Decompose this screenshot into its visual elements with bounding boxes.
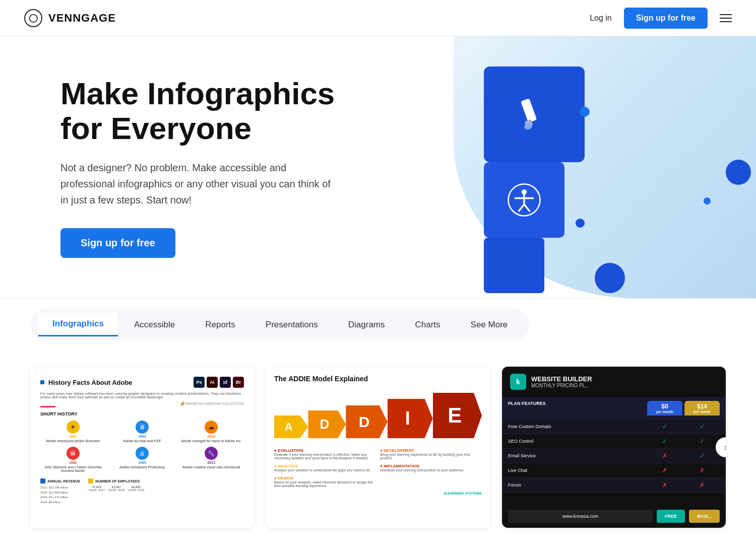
free-price-period: per month <box>649 410 680 413</box>
addie-chart: A D D I E <box>274 393 482 438</box>
card-adobe-subtitle: For many years now, Adobe software has b… <box>40 392 244 399</box>
tab-reports[interactable]: Reports <box>191 314 249 336</box>
tl-desc-1987: Adobe introduced Adobe Illustrator <box>46 439 100 443</box>
tl-desc-1989: Adobe introduced Photoshop <box>119 465 165 469</box>
card-adobe-credit: 🌈 RAINBOW CREATIVE COLLECTIVE <box>40 402 244 406</box>
tl-year-2018: 2018 <box>208 435 216 438</box>
hero-subtitle: Not a designer? No problem. Make accessi… <box>60 160 333 208</box>
row-seo-control: SEO Control ✓ ✓ <box>502 434 726 449</box>
feature-email-service: Email Service <box>508 453 645 458</box>
check-email-paid: ✓ <box>684 452 720 459</box>
knowza-logo: k <box>510 374 526 390</box>
knowza-header-text: WEBSITE BUILDER MONTHLY PRICING PL... <box>531 375 592 388</box>
addie-descriptions: ● EVALUATION Evaluate if your learning e… <box>274 448 482 488</box>
check-email-free: ✗ <box>647 452 682 459</box>
tl-icon-1989: 🖨 <box>136 447 149 460</box>
tab-diagrams[interactable]: Diagrams <box>334 314 399 336</box>
timeline-item-2011: 🔧 2011 Adobe creative cloud was introduc… <box>179 447 244 472</box>
timeline-item-1993: 🖥 1993 Adobe Acrobat and PDF <box>109 421 174 443</box>
stats-row: ANNUAL REVENUE 2021: $15.785 billion 202… <box>40 478 244 505</box>
desc-dev-text: Bring your learning experience to life b… <box>380 453 482 460</box>
tabs-container: Infographics Accessible Reports Presenta… <box>30 309 530 340</box>
tl-icon-2011: 🔧 <box>205 447 218 460</box>
check-seo-paid: ✓ <box>684 438 720 445</box>
svg-line-8 <box>524 204 530 211</box>
hero-title: Make Infographics for Everyone <box>60 77 363 145</box>
tl-icon-2018: ☁ <box>205 421 218 434</box>
badge-bridge: Br <box>233 377 244 388</box>
card-adobe-section-title: SHORT HISTORY <box>40 411 244 417</box>
tl-year-1987: 1987 <box>69 435 77 438</box>
stat-label-employees: NUMBER OF EMPLOYEES <box>95 479 140 483</box>
knowza-btn-basic[interactable]: BASI... <box>689 510 720 523</box>
check-chat-paid: ✗ <box>684 467 720 474</box>
stat-color-revenue <box>40 478 45 483</box>
navbar: ◯ VENNGAGE Log in Sign up for free <box>0 0 756 36</box>
desc-eval-label: ● EVALUATION <box>274 448 376 453</box>
navbar-left: ◯ VENNGAGE <box>24 9 116 27</box>
hamburger-menu[interactable] <box>720 14 732 22</box>
timeline-item-2018: ☁ 2018 Adobe changed its name to Adobe I… <box>179 421 244 443</box>
stat-values-revenue: 2021: $15.785 billion 2020: $12.868 bill… <box>40 486 80 505</box>
tab-charts[interactable]: Charts <box>401 314 455 336</box>
paid-price-period: per month <box>686 410 718 413</box>
paid-price-badge: $14 <box>686 403 718 410</box>
step-a: A <box>274 416 308 438</box>
hero-illustration <box>484 66 736 278</box>
tl-year-1982: 1982 <box>69 461 77 464</box>
logo-icon: ◯ <box>24 9 42 27</box>
accessibility-icon <box>507 182 542 218</box>
tab-infographics[interactable]: Infographics <box>38 313 118 336</box>
logo-text: VENNGAGE <box>48 12 116 25</box>
tl-year-1993: 1993 <box>138 435 146 438</box>
feature-custom-domain: Free Custom Domain <box>508 424 645 429</box>
tab-presentations[interactable]: Presentations <box>251 314 332 336</box>
tl-desc-2018: Adobe changed its name to Adobe Inc. <box>181 439 241 443</box>
stat-label-revenue: ANNUAL REVENUE <box>47 479 80 483</box>
puzzle-main <box>484 66 585 162</box>
desc-analysis: ● ANALYSIS Analyze your situation to und… <box>274 464 376 472</box>
card-adobe-inner: History Facts About Adobe Ps Ai Id Br Fo… <box>30 367 254 528</box>
desc-development: ● DEVELOPMENT Bring your learning experi… <box>380 448 482 460</box>
timeline-grid: ☀ 1987 Adobe introduced Adobe Illustrato… <box>40 421 244 472</box>
row-live-chat: Live Chat ✗ ✗ <box>502 463 726 478</box>
dot-3 <box>576 219 585 228</box>
svg-line-7 <box>519 204 525 211</box>
desc-imp-text: Distribute your learning end-product to … <box>380 468 482 472</box>
tab-accessible[interactable]: Accessible <box>120 314 189 336</box>
desc-ana-label: ● ANALYSIS <box>274 464 376 468</box>
desc-dev-label: ● DEVELOPMENT <box>380 448 482 453</box>
hero-signup-button[interactable]: Sign up for free <box>60 228 175 258</box>
check-custom-domain-free: ✓ <box>647 423 682 430</box>
knowza-header: k WEBSITE BUILDER MONTHLY PRICING PL... <box>502 367 726 397</box>
tl-icon-1993: 🖥 <box>136 421 149 434</box>
badge-illustrator: Ai <box>207 377 218 388</box>
tl-icon-1982: 🏛 <box>67 447 80 460</box>
card-addie: The ADDIE Model Explained A D D I E ● EV… <box>266 367 490 528</box>
check-seo-free: ✓ <box>647 438 682 445</box>
desc-evaluation: ● EVALUATION Evaluate if your learning e… <box>274 448 376 460</box>
puzzle-bottom-right <box>484 238 544 293</box>
step-d2: D <box>346 405 387 438</box>
desc-design: ● DESIGN Based on your analysis, make in… <box>274 476 376 488</box>
tl-desc-1982: John Warnock and Charles Geschke founded… <box>40 465 105 472</box>
feature-seo-control: SEO Control <box>508 439 645 444</box>
col-plan-features: PLAN FEATURES <box>508 401 645 416</box>
tabs-section: Infographics Accessible Reports Presenta… <box>0 298 756 351</box>
stat-employees: NUMBER OF EMPLOYEES 17,973YEAR: 2017 21,… <box>88 478 144 505</box>
knowza-heading: WEBSITE BUILDER <box>531 375 592 383</box>
feature-live-chat: Live Chat <box>508 468 645 473</box>
cards-section: History Facts About Adobe Ps Ai Id Br Fo… <box>0 351 756 544</box>
step-d1: D <box>308 410 346 438</box>
check-forum-paid: ✗ <box>684 481 720 489</box>
tab-see-more[interactable]: See More <box>457 314 522 336</box>
tl-year-2011: 2011 <box>208 461 216 464</box>
addie-credit-text: eLEARNING SYSTEMS <box>274 492 482 495</box>
puzzle-graphic <box>484 66 736 278</box>
signup-button-nav[interactable]: Sign up for free <box>624 8 708 29</box>
timeline-item-1982: 🏛 1982 John Warnock and Charles Geschke … <box>40 447 105 472</box>
knowza-table: PLAN FEATURES $0 per month $14 per month… <box>502 397 726 493</box>
card-adobe: History Facts About Adobe Ps Ai Id Br Fo… <box>30 367 254 528</box>
knowza-btn-free[interactable]: FREE <box>657 510 685 523</box>
login-button[interactable]: Log in <box>590 14 612 23</box>
